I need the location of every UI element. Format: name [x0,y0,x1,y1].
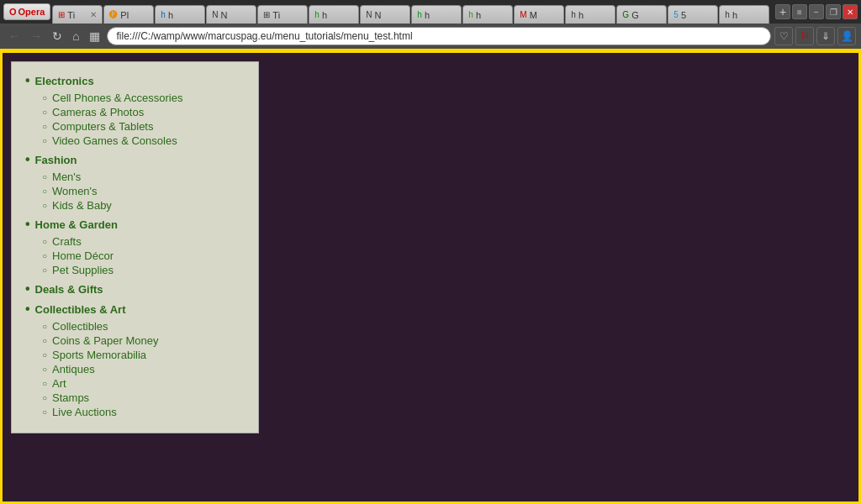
subcategory-list: CollectiblesCoins & Paper MoneySports Me… [42,319,245,419]
stash-button[interactable]: ⚐ [795,27,814,45]
close-button[interactable]: ✕ [843,4,858,19]
address-bar[interactable]: file:///C:/wamp/www/marcuspag.eu/menu_tu… [107,27,771,45]
subcategory-item[interactable]: Live Auctions [42,405,245,419]
subcategory-item[interactable]: Women's [42,184,245,198]
tab-close-1[interactable]: ✕ [90,10,97,19]
tab-icon-6: h [314,10,320,19]
category-item[interactable]: Deals & Gifts [25,281,245,297]
subcategory-list: Men'sWomen'sKids & Baby [42,170,245,213]
account-button[interactable]: 👤 [837,27,856,45]
subcategory-item[interactable]: Men's [42,170,245,184]
tab-2[interactable]: 🅟 Pl [103,5,154,24]
tab-6[interactable]: h h [309,5,359,24]
tab-icon-13: 5 [673,10,679,19]
subcategory-item[interactable]: Sports Memorabilia [42,348,245,362]
category-item[interactable]: Electronics [25,72,245,89]
menu-category-deals---gifts: Deals & Gifts [25,281,245,297]
tab-label-11: h [578,10,584,20]
address-text: file:///C:/wamp/www/marcuspag.eu/menu_tu… [116,30,412,42]
subcategory-item[interactable]: Kids & Baby [42,198,245,213]
menu-panel: ElectronicsCell Phones & AccessoriesCame… [11,61,259,433]
title-bar: O Opera ⊞ Ti ✕ 🅟 Pl h h N N ⊞ [0,0,861,24]
tab-icon-5: ⊞ [263,10,270,19]
tab-1[interactable]: ⊞ Ti ✕ [52,5,103,24]
tab-label-1: Ti [67,10,75,20]
page-content: ElectronicsCell Phones & AccessoriesCame… [0,50,861,504]
tab-label-6: h [322,10,327,20]
category-item[interactable]: Fashion [25,151,245,168]
menu-category-collectibles---art: Collectibles & ArtCollectiblesCoins & Pa… [25,301,245,419]
tab-icon-4: N [212,10,218,19]
forward-button[interactable]: → [27,28,45,45]
subcategory-item[interactable]: Stamps [42,391,245,405]
tab-icon-2: 🅟 [109,10,118,19]
subcategory-item[interactable]: Collectibles [42,319,245,333]
window-controls: + ≡ − ❐ ✕ [775,4,858,19]
restore-button[interactable]: ❐ [826,4,841,19]
tab-icon-1: ⊞ [58,10,65,19]
menu-category-home---garden: Home & GardenCraftsHome DécorPet Supplie… [25,216,245,277]
tab-label-5: Ti [272,10,280,20]
download-button[interactable]: ⇓ [816,27,835,45]
tab-label-14: h [732,10,737,20]
browser-window: O Opera ⊞ Ti ✕ 🅟 Pl h h N N ⊞ [0,0,861,504]
tab-7[interactable]: N N [360,5,410,24]
category-item[interactable]: Collectibles & Art [25,301,245,318]
tab-13[interactable]: 5 5 [668,5,718,24]
tab-label-10: M [530,10,537,20]
tab-icon-11: h [571,10,576,19]
tab-icon-9: h [468,10,473,19]
opera-button[interactable]: O Opera [3,3,50,20]
opera-logo: O [9,7,17,17]
tab-label-2: Pl [120,10,129,20]
tab-icon-12: G [622,10,629,19]
tab-label-4: N [221,10,228,20]
new-tab-button[interactable]: + [775,4,790,19]
subcategory-item[interactable]: Coins & Paper Money [42,333,245,348]
subcategory-item[interactable]: Pet Supplies [42,263,245,277]
tab-4[interactable]: N N [206,5,256,24]
tab-10[interactable]: M M [514,5,564,24]
category-item[interactable]: Home & Garden [25,216,245,233]
tab-bar: ⊞ Ti ✕ 🅟 Pl h h N N ⊞ Ti h h [52,0,770,24]
subcategory-list: Cell Phones & AccessoriesCameras & Photo… [42,91,245,148]
tab-icon-10: M [520,10,526,19]
minimize-button[interactable]: − [809,4,824,19]
tab-12[interactable]: G G [616,5,667,24]
tab-label-8: h [425,10,430,20]
menu-category-electronics: ElectronicsCell Phones & AccessoriesCame… [25,72,245,148]
subcategory-item[interactable]: Cameras & Photos [42,105,245,119]
subcategory-item[interactable]: Crafts [42,234,245,249]
tab-icon-3: h [161,10,166,19]
subcategory-item[interactable]: Art [42,376,245,391]
tab-label-7: N [375,10,382,20]
tab-icon-7: N [366,10,372,19]
tab-label-13: 5 [681,10,686,20]
home-button[interactable]: ⌂ [69,28,82,45]
tab-11[interactable]: h h [565,5,615,24]
tab-label-9: h [476,10,481,20]
tab-icon-8: h [417,10,422,19]
reload-button[interactable]: ↻ [49,28,66,45]
nav-bar: ← → ↻ ⌂ ▦ file:///C:/wamp/www/marcuspag.… [0,24,861,50]
tab-8[interactable]: h h [411,5,462,24]
grid-button[interactable]: ▦ [86,28,103,45]
back-button[interactable]: ← [5,28,24,45]
subcategory-list: CraftsHome DécorPet Supplies [42,234,245,277]
subcategory-item[interactable]: Antiques [42,362,245,376]
menu-button[interactable]: ≡ [792,4,807,19]
subcategory-item[interactable]: Cell Phones & Accessories [42,91,245,105]
subcategory-item[interactable]: Home Décor [42,249,245,263]
opera-label: Opera [18,7,45,17]
subcategory-item[interactable]: Computers & Tablets [42,119,245,134]
tab-label-3: h [168,10,173,20]
nav-actions: ♡ ⚐ ⇓ 👤 [774,27,856,45]
tab-label-12: G [631,10,639,20]
menu-category-fashion: FashionMen'sWomen'sKids & Baby [25,151,245,213]
subcategory-item[interactable]: Video Games & Consoles [42,134,245,148]
bookmark-button[interactable]: ♡ [774,27,793,45]
tab-9[interactable]: h h [462,5,513,24]
tab-5[interactable]: ⊞ Ti [257,5,308,24]
tab-3[interactable]: h h [155,5,205,24]
tab-14[interactable]: h h [719,5,769,24]
